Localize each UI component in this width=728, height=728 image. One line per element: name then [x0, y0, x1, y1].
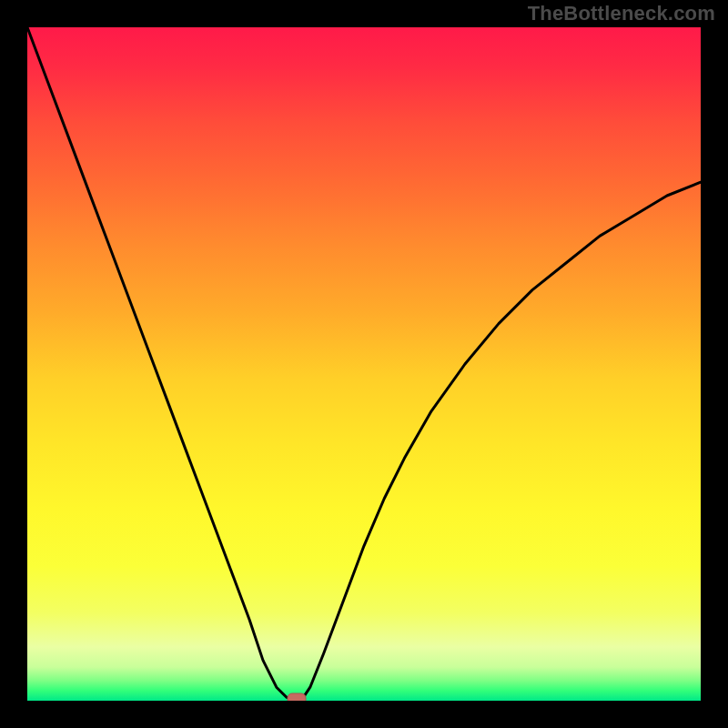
bottleneck-chart — [27, 27, 701, 701]
watermark-text: TheBottleneck.com — [528, 2, 715, 25]
minimum-marker — [288, 693, 306, 701]
chart-frame: TheBottleneck.com — [0, 0, 728, 728]
plot-area — [27, 27, 701, 701]
gradient-background — [27, 27, 701, 701]
